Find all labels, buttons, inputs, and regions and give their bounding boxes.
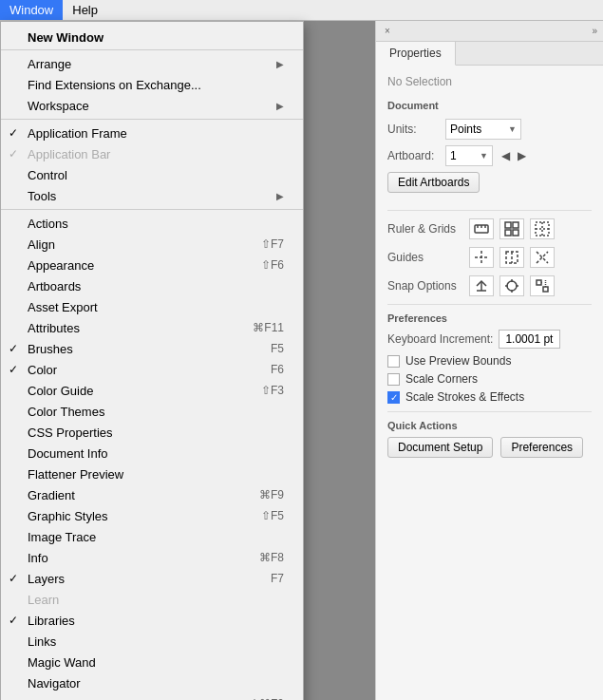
- snap-icon-btn-1[interactable]: [469, 275, 494, 296]
- menu-item-pathfinder[interactable]: Pathfinder ⇧⌘F9: [1, 693, 303, 700]
- panel-tabs: Properties: [376, 42, 603, 66]
- menu-item-actions[interactable]: Actions: [1, 213, 303, 234]
- panel-close-button[interactable]: ×: [382, 26, 393, 37]
- keyboard-increment-input[interactable]: 1.0001 pt: [499, 330, 560, 349]
- check-libraries: ✓: [9, 614, 18, 627]
- menu-item-arrange[interactable]: Arrange ▶: [1, 53, 303, 74]
- arrow-icon-tools: ▶: [276, 191, 284, 201]
- scale-corners-label: Scale Corners: [405, 372, 478, 386]
- use-preview-bounds-checkbox[interactable]: [387, 355, 400, 368]
- panel-header-row: × »: [376, 21, 603, 42]
- artboard-select-arrow: ▼: [480, 151, 488, 161]
- window-menu-dropdown: New Window Arrange ▶ Find Extensions on …: [0, 21, 304, 700]
- snap-icon-btn-2[interactable]: [499, 275, 524, 296]
- shortcut-color-guide: ⇧F3: [261, 384, 284, 397]
- menu-item-application-bar: ✓ Application Bar: [1, 143, 303, 164]
- scale-corners-row: Scale Corners: [387, 372, 592, 386]
- menu-item-tools[interactable]: Tools ▶: [1, 185, 303, 206]
- menu-item-control[interactable]: Control: [1, 164, 303, 185]
- scale-strokes-checkbox[interactable]: ✓: [387, 391, 400, 404]
- menu-item-libraries[interactable]: ✓ Libraries: [1, 610, 303, 631]
- scale-corners-checkbox[interactable]: [387, 373, 400, 386]
- artboard-select[interactable]: 1 ▼: [445, 145, 493, 166]
- shortcut-align: ⇧F7: [261, 237, 284, 251]
- menu-item-magic-wand[interactable]: Magic Wand: [1, 652, 303, 672]
- tab-properties[interactable]: Properties: [376, 42, 456, 66]
- menu-item-brushes[interactable]: ✓ Brushes F5: [1, 338, 303, 359]
- menu-item-navigator[interactable]: Navigator: [1, 672, 303, 693]
- edit-artboards-button[interactable]: Edit Artboards: [387, 172, 480, 193]
- properties-panel: × » Properties No Selection Document Uni…: [375, 21, 603, 700]
- menu-item-color-guide[interactable]: Color Guide ⇧F3: [1, 380, 303, 401]
- artboard-next-button[interactable]: ▶: [515, 149, 529, 162]
- ruler-grids-row: Ruler & Grids: [387, 218, 592, 239]
- menu-item-asset-export[interactable]: Asset Export: [1, 296, 303, 317]
- pixel-grid-icon-btn[interactable]: [530, 218, 555, 239]
- menu-help[interactable]: Help: [63, 0, 107, 20]
- menu-item-artboards[interactable]: Artboards: [1, 275, 303, 296]
- ruler-grids-label: Ruler & Grids: [387, 222, 463, 236]
- menu-item-flattener-preview[interactable]: Flattener Preview: [1, 464, 303, 484]
- menu-separator-2: [1, 119, 303, 120]
- guides-icon-btn-3[interactable]: [530, 247, 555, 268]
- menu-separator-1: [1, 49, 303, 50]
- menu-item-links[interactable]: Links: [1, 631, 303, 652]
- menu-item-color[interactable]: ✓ Color F6: [1, 359, 303, 380]
- menu-item-graphic-styles[interactable]: Graphic Styles ⇧F5: [1, 505, 303, 526]
- use-preview-bounds-row: Use Preview Bounds: [387, 354, 592, 368]
- shortcut-gradient: ⌘F9: [259, 488, 284, 501]
- shortcut-brushes: F5: [271, 342, 284, 355]
- panel-body: No Selection Document Units: Points ▼ Ar…: [376, 66, 603, 700]
- menu-separator-3: [1, 209, 303, 210]
- edit-artboards-row: Edit Artboards: [387, 172, 592, 202]
- units-select-arrow: ▼: [508, 124, 517, 134]
- units-select[interactable]: Points ▼: [445, 119, 521, 140]
- artboard-row: Artboard: 1 ▼ ◀ ▶: [387, 145, 592, 166]
- menu-item-new-window[interactable]: New Window: [1, 26, 303, 47]
- grid-icon-btn[interactable]: [499, 218, 524, 239]
- artboard-value: 1: [450, 149, 457, 162]
- divider-1: [387, 210, 592, 211]
- menu-item-image-trace[interactable]: Image Trace: [1, 526, 303, 547]
- document-setup-button[interactable]: Document Setup: [387, 437, 493, 458]
- no-selection-label: No Selection: [387, 75, 592, 88]
- quick-actions-title: Quick Actions: [387, 420, 592, 431]
- menu-item-gradient[interactable]: Gradient ⌘F9: [1, 484, 303, 505]
- svg-rect-24: [537, 280, 541, 285]
- menu-item-learn: Learn: [1, 589, 303, 610]
- check-color: ✓: [9, 363, 18, 376]
- menu-item-align[interactable]: Align ⇧F7: [1, 234, 303, 255]
- arrow-icon: ▶: [276, 59, 284, 69]
- menu-item-document-info[interactable]: Document Info: [1, 443, 303, 464]
- check-layers: ✓: [9, 572, 18, 585]
- menu-item-css-properties[interactable]: CSS Properties: [1, 422, 303, 443]
- keyboard-increment-label: Keyboard Increment:: [387, 332, 493, 346]
- menu-window[interactable]: Window: [0, 0, 63, 20]
- preferences-button[interactable]: Preferences: [500, 437, 583, 458]
- shortcut-info: ⌘F8: [259, 551, 284, 564]
- shortcut-layers: F7: [271, 572, 284, 585]
- scale-strokes-row: ✓ Scale Strokes & Effects: [387, 390, 592, 404]
- snap-icon-btn-3[interactable]: [530, 275, 555, 296]
- menu-item-appearance[interactable]: Appearance ⇧F6: [1, 255, 303, 275]
- menu-item-attributes[interactable]: Attributes ⌘F11: [1, 317, 303, 338]
- shortcut-attributes: ⌘F11: [253, 321, 284, 334]
- menu-item-color-themes[interactable]: Color Themes: [1, 401, 303, 422]
- divider-2: [387, 304, 592, 305]
- check-brushes: ✓: [9, 342, 18, 355]
- svg-rect-6: [505, 230, 511, 236]
- units-value: Points: [450, 123, 481, 136]
- menu-item-info[interactable]: Info ⌘F8: [1, 547, 303, 568]
- artboard-prev-button[interactable]: ◀: [499, 149, 513, 162]
- guides-icon-btn-1[interactable]: [469, 247, 494, 268]
- menu-item-find-extensions[interactable]: Find Extensions on Exchange...: [1, 74, 303, 95]
- menu-item-workspace[interactable]: Workspace ▶: [1, 95, 303, 116]
- ruler-icon-btn[interactable]: [469, 218, 494, 239]
- svg-rect-8: [536, 222, 549, 236]
- panel-collapse-button[interactable]: »: [592, 26, 597, 36]
- menu-item-layers[interactable]: ✓ Layers F7: [1, 568, 303, 589]
- menu-item-application-frame[interactable]: ✓ Application Frame: [1, 123, 303, 143]
- guides-icon-btn-2[interactable]: [499, 247, 524, 268]
- document-section-title: Document: [387, 100, 592, 111]
- units-label: Units:: [387, 123, 440, 136]
